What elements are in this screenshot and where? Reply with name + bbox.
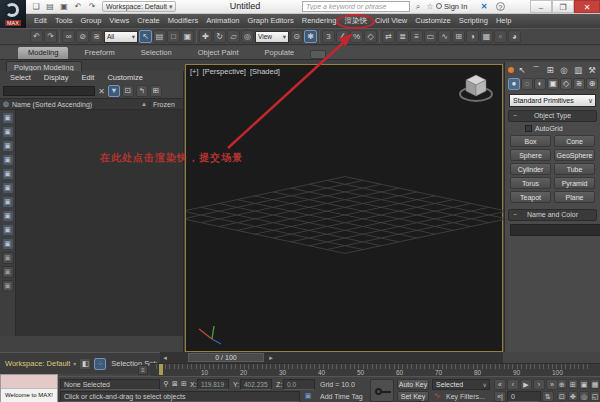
display-toggle-icon[interactable] (2, 210, 14, 222)
ribbon-tab-selection[interactable]: Selection (131, 47, 182, 59)
add-time-tag-label[interactable]: Add Time Tag (320, 391, 363, 402)
ribbon-tab-modeling[interactable]: Modeling (18, 47, 68, 59)
mirror-button[interactable] (382, 30, 395, 43)
play-animation-icon[interactable]: ▶ (520, 379, 532, 390)
rectangular-selection-region-button[interactable] (167, 30, 180, 43)
key-mode-dropdown[interactable]: Selected (432, 379, 490, 390)
undo-scene-button[interactable] (30, 30, 43, 43)
window-maximize-button[interactable]: ❐ (552, 0, 574, 13)
3ds-max-logo[interactable]: MAX (0, 0, 26, 28)
undo-button[interactable]: ↶ (72, 1, 84, 12)
lock-explorer-icon[interactable]: ⊡ (122, 85, 134, 97)
previous-frame-icon[interactable]: ◂ (160, 354, 170, 362)
display-toggle-icon[interactable] (2, 154, 14, 166)
explorer-menu-edit[interactable]: Edit (81, 73, 94, 82)
welcome-window[interactable]: Welcome to MAX! (0, 374, 58, 402)
help-icon[interactable]: ? (496, 2, 505, 11)
window-crossing-button[interactable] (181, 30, 194, 43)
menu-animation[interactable]: Animation (202, 14, 243, 28)
reference-coordinate-dropdown[interactable]: View (255, 31, 289, 43)
render-production-button[interactable] (508, 30, 521, 43)
viewcube[interactable] (454, 67, 498, 107)
layer-manager-button[interactable] (410, 30, 423, 43)
ribbon-tab-populate[interactable]: Populate (255, 47, 305, 59)
use-pivot-point-button[interactable] (290, 30, 303, 43)
open-file-button[interactable]: ▤ (44, 1, 56, 12)
previous-frame-icon[interactable]: ‹ (507, 379, 519, 390)
cone-button[interactable]: Cone (554, 135, 595, 147)
percent-snap-button[interactable] (350, 30, 363, 43)
maximize-viewport-toggle-icon[interactable]: ◱ (590, 391, 600, 401)
set-keys-button[interactable] (370, 379, 394, 402)
space-warps-category-icon[interactable]: ≋ (573, 78, 585, 90)
tab-display-icon[interactable]: ▥ (572, 64, 584, 76)
ribbon-tab-freeform[interactable]: Freeform (74, 47, 124, 59)
y-coordinate-field[interactable]: 402.235 (240, 379, 272, 390)
pan-view-icon[interactable]: ✥ (568, 391, 578, 401)
track-bar[interactable]: ≡ 10 20 30 40 50 60 70 80 90 100 (150, 363, 600, 376)
viewport-view-menu[interactable]: [Perspective] (203, 67, 246, 76)
time-slider-frame-display[interactable]: 0 / 100 (188, 353, 264, 362)
object-type-rollout-header[interactable]: Object Type (508, 110, 597, 122)
lights-category-icon[interactable]: ◐ (534, 78, 546, 90)
zoom-region-icon[interactable]: ⊡ (557, 391, 567, 401)
selection-set-icon[interactable]: ⁘ (94, 358, 106, 370)
menu-create[interactable]: Create (133, 14, 164, 28)
set-key-button[interactable]: Set Key (397, 391, 429, 402)
display-toggle-icon[interactable] (2, 140, 14, 152)
zoom-extents-all-icon[interactable]: ▦ (590, 379, 600, 389)
frame-spinner[interactable]: ⇅ (542, 391, 554, 402)
display-toggle-icon[interactable] (2, 168, 14, 180)
ribbon-options-icon[interactable] (310, 50, 326, 59)
x-coordinate-field[interactable]: 119.819 (197, 379, 229, 390)
geosphere-button[interactable]: GeoSphere (554, 149, 595, 161)
menu-render-plugin[interactable]: 渲染快 (340, 14, 371, 28)
isolate-selection-icon[interactable]: ◧ (79, 358, 91, 370)
spinner-snap-button[interactable] (364, 30, 377, 43)
plane-button[interactable]: Plane (554, 191, 595, 203)
box-button[interactable]: Box (510, 135, 551, 147)
geometry-category-icon[interactable]: ● (508, 78, 520, 90)
helpers-category-icon[interactable]: ◇ (560, 78, 572, 90)
viewport-menu-plus[interactable]: [+] (190, 67, 199, 76)
trackbar-options-icon[interactable]: ≡ (138, 365, 148, 375)
select-and-rotate-button[interactable] (213, 30, 226, 43)
go-to-start-icon[interactable]: « (494, 379, 506, 390)
window-minimize-button[interactable]: – (530, 0, 552, 13)
display-toggle-icon[interactable] (2, 112, 14, 124)
select-and-scale-button[interactable] (227, 30, 240, 43)
display-toggle-icon[interactable] (2, 196, 14, 208)
current-frame-field[interactable]: 0 (507, 391, 541, 402)
name-and-color-rollout-header[interactable]: Name and Color (508, 209, 597, 221)
menu-civil-view[interactable]: Civil View (371, 14, 411, 28)
current-frame-marker[interactable] (159, 364, 163, 375)
display-toggle-icon[interactable] (2, 126, 14, 138)
menu-modifiers[interactable]: Modifiers (164, 14, 202, 28)
time-tag-icon[interactable]: ▣ (303, 391, 313, 401)
bind-to-space-warp-button[interactable] (90, 30, 103, 43)
cameras-category-icon[interactable]: ▣ (547, 78, 559, 90)
material-editor-button[interactable] (466, 30, 479, 43)
sphere-button[interactable]: Sphere (510, 149, 551, 161)
tab-utilities-icon[interactable]: ⚒ (586, 64, 598, 76)
favorites-star-icon[interactable]: ☆ (424, 1, 436, 12)
explorer-filter-icon[interactable]: ▼ (108, 85, 120, 97)
name-column-header[interactable]: Name (Sorted Ascending) (12, 101, 141, 108)
display-toggle-icon[interactable] (2, 224, 14, 236)
explorer-menu-select[interactable]: Select (10, 73, 31, 82)
tab-create-icon[interactable]: ↖ (516, 64, 528, 76)
autogrid-checkbox[interactable] (525, 125, 532, 132)
display-toggle-icon[interactable] (2, 280, 14, 292)
menu-help[interactable]: Help (492, 14, 515, 28)
zoom-all-icon[interactable]: ⊞ (568, 379, 578, 389)
teapot-button[interactable]: Teapot (510, 191, 551, 203)
search-input[interactable] (302, 1, 410, 12)
menu-customize[interactable]: Customize (411, 14, 454, 28)
tube-button[interactable]: Tube (554, 163, 595, 175)
perspective-viewport[interactable]: [+] [Perspective] [Shaded] (185, 64, 503, 352)
redo-button[interactable]: ↷ (86, 1, 98, 12)
display-toggle-icon[interactable] (2, 238, 14, 250)
menu-tools[interactable]: Tools (51, 14, 77, 28)
default-in-out-tangent-icon[interactable]: ∿ (432, 391, 442, 401)
systems-category-icon[interactable]: ⊕ (586, 78, 598, 90)
